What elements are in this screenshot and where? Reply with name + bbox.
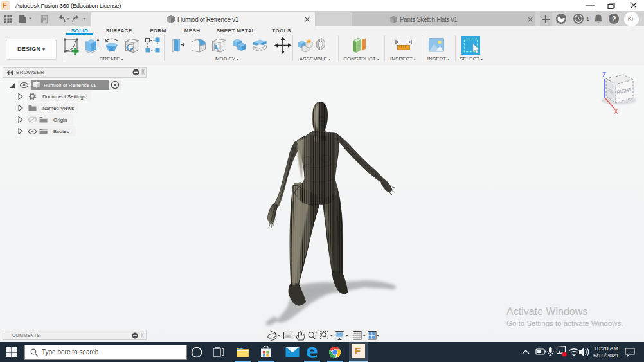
svg-text:X: X xyxy=(614,108,618,115)
svg-text:10:20 AM: 10:20 AM xyxy=(594,345,618,352)
svg-text:?: ? xyxy=(612,15,616,23)
svg-text:Z: Z xyxy=(602,71,606,78)
svg-text:5/10/2021: 5/10/2021 xyxy=(593,352,619,359)
